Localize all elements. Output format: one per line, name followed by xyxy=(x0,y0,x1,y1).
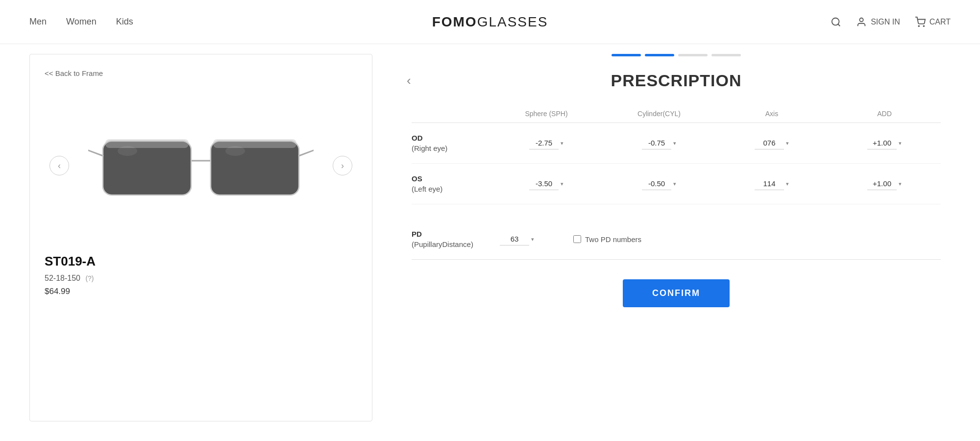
pd-code: PD xyxy=(412,230,422,238)
col-sph: Sphere (SPH) xyxy=(490,110,603,118)
svg-point-12 xyxy=(118,146,137,156)
od-code: OD xyxy=(412,134,423,142)
cart-label: CART xyxy=(930,18,951,26)
nav-women[interactable]: Women xyxy=(66,17,97,27)
logo-light: GLASSES xyxy=(477,14,548,29)
two-pd-label[interactable]: Two PD numbers xyxy=(585,235,641,244)
os-add-select[interactable]: +1.00 xyxy=(867,177,897,190)
pd-select-wrap: 63 ▾ xyxy=(500,233,534,245)
col-eye xyxy=(412,110,490,118)
back-to-frame-link[interactable]: << Back to Frame xyxy=(45,69,103,77)
product-image xyxy=(88,97,314,234)
os-axis-wrap: 114 ▾ xyxy=(715,177,828,190)
svg-line-9 xyxy=(299,148,314,156)
back-arrow-button[interactable]: ‹ xyxy=(407,73,411,88)
prescription-header: ‹ PRESCRIPTION xyxy=(412,71,941,90)
svg-point-2 xyxy=(860,18,863,21)
nav-kids[interactable]: Kids xyxy=(116,17,133,27)
logo-bold: FOMO xyxy=(432,14,477,29)
prev-image-button[interactable]: ‹ xyxy=(49,156,69,175)
sign-in-button[interactable]: SIGN IN xyxy=(856,17,900,27)
os-code: OS xyxy=(412,174,422,183)
os-cyl-chevron: ▾ xyxy=(673,181,676,187)
two-pd-wrapper: Two PD numbers xyxy=(573,235,641,244)
col-axis: Axis xyxy=(715,110,828,118)
rx-row-od: OD (Right eye) -2.75 ▾ -0.75 ▾ xyxy=(412,123,941,164)
pd-sub: (PupillaryDistance) xyxy=(412,240,473,248)
product-image-container: ‹ xyxy=(45,87,357,244)
product-size: 52-18-150 (?) xyxy=(45,274,357,283)
svg-rect-10 xyxy=(105,139,189,148)
step-3 xyxy=(678,54,708,56)
os-axis-chevron: ▾ xyxy=(786,181,789,187)
header: Men Women Kids FOMOGLASSES SIGN IN xyxy=(0,0,980,44)
od-add-chevron: ▾ xyxy=(899,140,902,147)
rx-table: Sphere (SPH) Cylinder(CYL) Axis ADD OD (… xyxy=(412,110,941,204)
od-label: OD (Right eye) xyxy=(412,133,490,153)
step-1 xyxy=(612,54,641,56)
header-actions: SIGN IN CART xyxy=(831,17,951,27)
nav-men[interactable]: Men xyxy=(29,17,47,27)
od-cyl-chevron: ▾ xyxy=(673,140,676,147)
svg-point-4 xyxy=(923,25,924,26)
od-axis-chevron: ▾ xyxy=(786,140,789,147)
svg-rect-5 xyxy=(103,141,191,195)
svg-point-3 xyxy=(918,25,919,26)
col-add: ADD xyxy=(828,110,941,118)
od-sph-chevron: ▾ xyxy=(561,140,564,147)
svg-point-13 xyxy=(225,146,245,156)
confirm-button[interactable]: CONFIRM xyxy=(623,279,730,307)
col-cyl: Cylinder(CYL) xyxy=(603,110,715,118)
cart-icon xyxy=(915,17,926,27)
step-indicators xyxy=(412,54,941,56)
prescription-title: PRESCRIPTION xyxy=(412,71,941,90)
os-sph-chevron: ▾ xyxy=(561,181,564,187)
od-add-select[interactable]: +1.00 xyxy=(867,137,897,149)
os-sph-wrap: -3.50 ▾ xyxy=(490,177,603,190)
rx-table-header: Sphere (SPH) Cylinder(CYL) Axis ADD xyxy=(412,110,941,123)
od-axis-select[interactable]: 076 xyxy=(755,137,784,149)
user-icon xyxy=(856,17,867,27)
pd-label: PD (PupillaryDistance) xyxy=(412,229,490,249)
pd-select[interactable]: 63 xyxy=(500,233,529,245)
search-button[interactable] xyxy=(831,17,841,27)
product-panel: << Back to Frame ‹ xyxy=(29,54,372,421)
search-icon xyxy=(831,17,841,27)
od-cyl-select[interactable]: -0.75 xyxy=(642,137,671,149)
os-cyl-wrap: -0.50 ▾ xyxy=(603,177,715,190)
os-label: OS (Left eye) xyxy=(412,173,490,194)
sunglasses-illustration xyxy=(88,102,314,229)
od-axis-wrap: 076 ▾ xyxy=(715,137,828,149)
size-help[interactable]: (?) xyxy=(85,274,94,282)
product-price: $64.99 xyxy=(45,287,357,296)
os-cyl-select[interactable]: -0.50 xyxy=(642,177,671,190)
od-sph-select[interactable]: -2.75 xyxy=(529,137,559,149)
two-pd-checkbox[interactable] xyxy=(573,235,581,243)
next-image-button[interactable]: › xyxy=(333,156,352,175)
prescription-panel: ‹ PRESCRIPTION Sphere (SPH) Cylinder(CYL… xyxy=(402,54,951,421)
step-4 xyxy=(711,54,741,56)
pd-section: PD (PupillaryDistance) 63 ▾ Two PD numbe… xyxy=(412,219,941,260)
svg-line-1 xyxy=(838,24,840,26)
cart-button[interactable]: CART xyxy=(915,17,951,27)
od-cyl-wrap: -0.75 ▾ xyxy=(603,137,715,149)
od-sph-wrap: -2.75 ▾ xyxy=(490,137,603,149)
pd-chevron: ▾ xyxy=(531,236,534,243)
od-add-wrap: +1.00 ▾ xyxy=(828,137,941,149)
svg-rect-11 xyxy=(213,139,296,148)
site-logo[interactable]: FOMOGLASSES xyxy=(432,14,548,30)
os-sub: (Left eye) xyxy=(412,185,442,193)
size-value: 52-18-150 xyxy=(45,274,80,282)
os-axis-select[interactable]: 114 xyxy=(755,177,784,190)
main-content: << Back to Frame ‹ xyxy=(0,44,980,441)
svg-point-0 xyxy=(832,18,839,25)
svg-rect-6 xyxy=(211,141,299,195)
os-sph-select[interactable]: -3.50 xyxy=(529,177,559,190)
rx-row-os: OS (Left eye) -3.50 ▾ -0.50 ▾ xyxy=(412,164,941,204)
svg-line-8 xyxy=(88,148,103,156)
os-add-wrap: +1.00 ▾ xyxy=(828,177,941,190)
main-nav: Men Women Kids xyxy=(29,17,133,27)
step-2 xyxy=(645,54,674,56)
os-add-chevron: ▾ xyxy=(899,181,902,187)
sign-in-label: SIGN IN xyxy=(871,18,900,26)
